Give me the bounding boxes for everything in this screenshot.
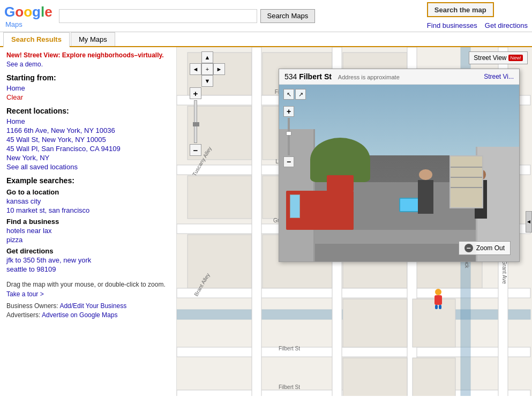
- tab-my-maps[interactable]: My Maps: [71, 32, 115, 46]
- svg-rect-21: [252, 47, 261, 396]
- sv-zoom-out-icon: −: [464, 244, 473, 252]
- search-map-button[interactable]: Search the map: [427, 2, 494, 17]
- sv-look-left-button[interactable]: ↖: [283, 89, 294, 100]
- find-biz-link-1[interactable]: hotels near lax: [6, 227, 170, 235]
- header: Google Maps Search Maps Search the map F…: [0, 0, 532, 32]
- find-businesses-link[interactable]: Find businesses: [427, 21, 477, 29]
- collapse-sidebar-handle[interactable]: ◄: [526, 211, 532, 233]
- svg-rect-19: [177, 347, 530, 357]
- find-biz-label: Find a business: [6, 218, 170, 226]
- recent-home-link[interactable]: Home: [6, 117, 170, 125]
- new-badge: New!: [6, 51, 22, 59]
- svg-rect-10: [188, 235, 252, 288]
- see-demo-link[interactable]: See a demo.: [6, 61, 43, 68]
- street-view-new-badge: New!: [508, 55, 523, 61]
- advertisers-label: Advertisers:: [6, 311, 40, 319]
- nav-down-button[interactable]: ▼: [201, 75, 213, 87]
- street-scene: [279, 85, 519, 261]
- sv-zoom-out-small-button[interactable]: −: [283, 156, 294, 167]
- pegman-marker[interactable]: [433, 289, 444, 310]
- sv-close-link[interactable]: Street Vi...: [484, 73, 514, 80]
- search-input[interactable]: [59, 9, 257, 23]
- recent-locations-title: Recent locations:: [6, 107, 170, 115]
- sv-address-number: 534: [284, 72, 297, 81]
- map-container[interactable]: Fielding Ave Tuscany Alley Lombard St Gr…: [177, 47, 532, 396]
- svg-text:Filbert St: Filbert St: [279, 384, 300, 390]
- goto-label: Go to a location: [6, 188, 170, 196]
- zoom-out-button[interactable]: −: [190, 144, 201, 156]
- svg-rect-37: [343, 299, 407, 347]
- sv-zoom-out-label: Zoom Out: [476, 244, 505, 252]
- street-view-btn-label: Street View: [474, 54, 506, 62]
- nav-middle-row: ◄ + ►: [190, 63, 225, 75]
- main-content: New! Street View: Explore neighborhoods–…: [0, 47, 532, 396]
- sidebar: New! Street View: Explore neighborhoods–…: [0, 47, 177, 396]
- nav-right-button[interactable]: ►: [213, 63, 225, 75]
- zoom-slider[interactable]: [193, 122, 199, 126]
- sv-zoom-track-handle[interactable]: [286, 131, 291, 136]
- nav-down-row: ▼: [190, 75, 225, 87]
- sv-address: 534 Filbert St Address is approximate: [284, 72, 400, 81]
- recent-location-3[interactable]: 45 Wall Pl, San Francisco, CA 94109: [6, 145, 170, 153]
- maps-logo: Maps: [5, 20, 53, 28]
- street-view-notice-text: Street View: Explore neighborhoods–virtu…: [24, 51, 164, 59]
- svg-rect-7: [188, 176, 252, 219]
- business-owners-label: Business Owners:: [6, 302, 58, 310]
- get-dir-link-1[interactable]: jfk to 350 5th ave, new york: [6, 256, 170, 264]
- svg-rect-17: [177, 288, 530, 298]
- svg-text:Grant Ave: Grant Ave: [501, 260, 507, 284]
- zoom-in-button[interactable]: +: [190, 87, 201, 99]
- see-saved-locations-link[interactable]: See all saved locations: [6, 163, 170, 171]
- sv-zoom-controls: + −: [283, 106, 294, 167]
- sv-header: 534 Filbert St Address is approximate St…: [279, 69, 519, 85]
- tab-search-results[interactable]: Search Results: [3, 32, 70, 47]
- search-bar: Search Maps: [59, 9, 423, 23]
- tabs-bar: Search Results My Maps: [0, 32, 532, 47]
- nav-links: Find businesses Get directions: [427, 21, 528, 29]
- get-dir-label: Get directions: [6, 247, 170, 255]
- take-tour-link[interactable]: Take a tour >: [6, 290, 44, 298]
- sv-address-street: Filbert St: [299, 72, 332, 81]
- nav-left-button[interactable]: ◄: [190, 63, 201, 75]
- get-directions-link[interactable]: Get directions: [485, 21, 528, 29]
- goto-link-2[interactable]: 10 market st, san francisco: [6, 206, 170, 214]
- svg-rect-38: [343, 358, 407, 396]
- street-view-popup: 534 Filbert St Address is approximate St…: [279, 69, 520, 262]
- add-edit-business-link[interactable]: Add/Edit Your Business: [59, 302, 126, 310]
- clear-link[interactable]: Clear: [6, 93, 23, 101]
- recent-location-2[interactable]: 45 Wall St, New York, NY 10005: [6, 136, 170, 144]
- google-logo: Google: [4, 4, 53, 20]
- recent-location-1[interactable]: 1166 6th Ave, New York, NY 10036: [6, 126, 170, 134]
- nav-center-button[interactable]: +: [201, 63, 213, 75]
- svg-rect-36: [413, 358, 455, 396]
- search-maps-button[interactable]: Search Maps: [260, 9, 316, 23]
- drag-info: Drag the map with your mouse, or double-…: [6, 280, 170, 299]
- sv-look-right-button[interactable]: ↗: [295, 89, 306, 100]
- sv-zoom-out-large-button[interactable]: − Zoom Out: [459, 241, 511, 255]
- business-owners: Business Owners: Add/Edit Your Business: [6, 302, 170, 310]
- find-biz-link-2[interactable]: pizza: [6, 236, 170, 244]
- street-view-button[interactable]: Street View New!: [469, 51, 528, 64]
- sv-nav-controls: ↖ ↗: [283, 89, 306, 100]
- example-searches-title: Example searches:: [6, 176, 170, 185]
- sv-image[interactable]: ↖ ↗ + − − Zoom Out: [279, 85, 519, 261]
- zoom-bar[interactable]: [194, 100, 197, 143]
- recent-location-4[interactable]: New York, NY: [6, 154, 170, 162]
- get-dir-link-2[interactable]: seattle to 98109: [6, 265, 170, 273]
- starting-from-title: Starting from:: [6, 73, 170, 82]
- street-view-notice: New! Street View: Explore neighborhoods–…: [6, 51, 170, 59]
- sv-zoom-in-button[interactable]: +: [283, 106, 294, 117]
- sv-approx: Address is approximate: [338, 74, 400, 80]
- advertisers: Advertisers: Advertise on Google Maps: [6, 311, 170, 319]
- nav-up-button[interactable]: ▲: [201, 51, 213, 63]
- goto-link-1[interactable]: kansas city: [6, 197, 170, 205]
- home-link[interactable]: Home: [6, 84, 170, 92]
- map-navigation: ▲ ◄ + ► ▼: [190, 51, 225, 87]
- advertise-link[interactable]: Advertise on Google Maps: [42, 311, 117, 319]
- zoom-controls: + −: [190, 87, 201, 156]
- nav-up-row: ▲: [190, 51, 225, 63]
- svg-text:Filbert St: Filbert St: [279, 346, 300, 351]
- header-right: Search the map Find businesses Get direc…: [427, 2, 528, 29]
- logo-area: Google Maps: [4, 4, 53, 28]
